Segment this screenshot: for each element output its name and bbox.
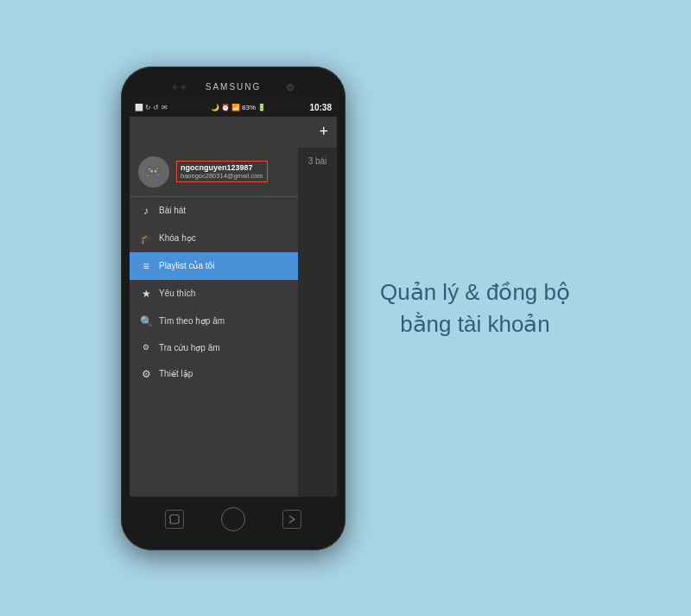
menu-label-favorites: Yêu thích	[159, 289, 195, 298]
music-icon: ♪	[140, 205, 152, 217]
speaker-dot2-icon	[181, 85, 186, 89]
navigation-drawer: 🎮 ngocnguyen123987 baongoc280314@gmail.c…	[130, 148, 298, 497]
menu-item-courses[interactable]: 🎓 Khóa học	[130, 225, 298, 252]
notification-icons: ⬜ ↻ ↺ ✉	[135, 104, 168, 111]
user-email: baongoc280314@gmail.com	[181, 172, 263, 180]
moon-icon: 🌙	[211, 104, 219, 111]
user-name: ngocnguyen123987	[181, 163, 263, 172]
battery-label: 83%	[242, 104, 256, 111]
avatar-icon: 🎮	[145, 163, 162, 180]
add-button[interactable]: +	[319, 123, 328, 141]
menu-item-search-chord[interactable]: 🔍 Tìm theo hợp âm	[130, 308, 298, 335]
right-text-block: Quản lý & đồng bộ bằng tài khoản	[380, 276, 570, 340]
promo-text: Quản lý & đồng bộ bằng tài khoản	[380, 276, 570, 340]
status-time: 10:38	[309, 103, 332, 112]
lookup-icon: ⚙	[140, 343, 152, 352]
wifi-icon: 📶	[231, 104, 240, 111]
menu-item-lookup-chord[interactable]: ⚙ Tra cứu hợp âm	[130, 335, 298, 360]
menu-label-playlist: Playlist của tôi	[159, 261, 214, 270]
status-right-icons: 🌙 ⏰ 📶 83% 🔋	[211, 104, 266, 111]
star-icon: ★	[140, 288, 152, 300]
status-bar: ⬜ ↻ ↺ ✉ 🌙 ⏰ 📶 83% 🔋 10:38	[130, 99, 337, 117]
avatar: 🎮	[138, 156, 169, 187]
menu-item-favorites[interactable]: ★ Yêu thích	[130, 280, 298, 308]
back-icon	[169, 514, 180, 524]
settings-icon: ⚙	[140, 368, 152, 380]
camera-icon	[287, 84, 294, 91]
home-button[interactable]	[221, 507, 245, 531]
speaker-dot-icon	[173, 85, 177, 89]
back-button[interactable]	[165, 510, 184, 529]
recent-button[interactable]	[282, 510, 301, 529]
phone-screen: ⬜ ↻ ↺ ✉ 🌙 ⏰ 📶 83% 🔋 10:38 +	[130, 99, 337, 497]
menu-list: ♪ Bài hát 🎓 Khóa học ≡ Playlist của tôi …	[130, 197, 298, 388]
phone: SAMSUNG ⬜ ↻ ↺ ✉ 🌙 ⏰ 📶 83% 🔋 10:38	[121, 67, 346, 550]
phone-bottom-nav	[130, 497, 337, 542]
recent-icon	[287, 514, 297, 524]
song-count: 3 bài	[308, 156, 327, 166]
menu-item-songs[interactable]: ♪ Bài hát	[130, 197, 298, 225]
main-content: 3 bài	[298, 148, 337, 497]
menu-label-courses: Khóa học	[159, 233, 196, 243]
menu-label-lookup-chord: Tra cứu hợp âm	[159, 343, 220, 352]
status-left-icons: ⬜ ↻ ↺ ✉	[135, 104, 168, 111]
user-profile[interactable]: 🎮 ngocnguyen123987 baongoc280314@gmail.c…	[130, 148, 298, 197]
promo-line1: Quản lý & đồng bộ	[380, 279, 570, 305]
promo-line2: bằng tài khoản	[400, 311, 550, 337]
battery-icon: 🔋	[257, 104, 266, 111]
phone-top-bar: SAMSUNG	[130, 75, 337, 99]
menu-label-search-chord: Tìm theo hợp âm	[159, 316, 225, 326]
scene: SAMSUNG ⬜ ↻ ↺ ✉ 🌙 ⏰ 📶 83% 🔋 10:38	[0, 0, 691, 616]
menu-label-settings: Thiết lập	[159, 369, 193, 378]
app-header: +	[130, 117, 337, 148]
menu-item-playlist[interactable]: ≡ Playlist của tôi	[130, 252, 298, 280]
svg-rect-0	[170, 515, 179, 524]
alarm-icon: ⏰	[221, 104, 230, 111]
search-icon: 🔍	[140, 315, 152, 327]
brand-label: SAMSUNG	[206, 82, 262, 92]
menu-item-settings[interactable]: ⚙ Thiết lập	[130, 360, 298, 388]
menu-label-songs: Bài hát	[159, 206, 186, 215]
course-icon: 🎓	[140, 232, 152, 244]
playlist-icon: ≡	[140, 260, 152, 272]
user-info-box: ngocnguyen123987 baongoc280314@gmail.com	[176, 161, 268, 182]
